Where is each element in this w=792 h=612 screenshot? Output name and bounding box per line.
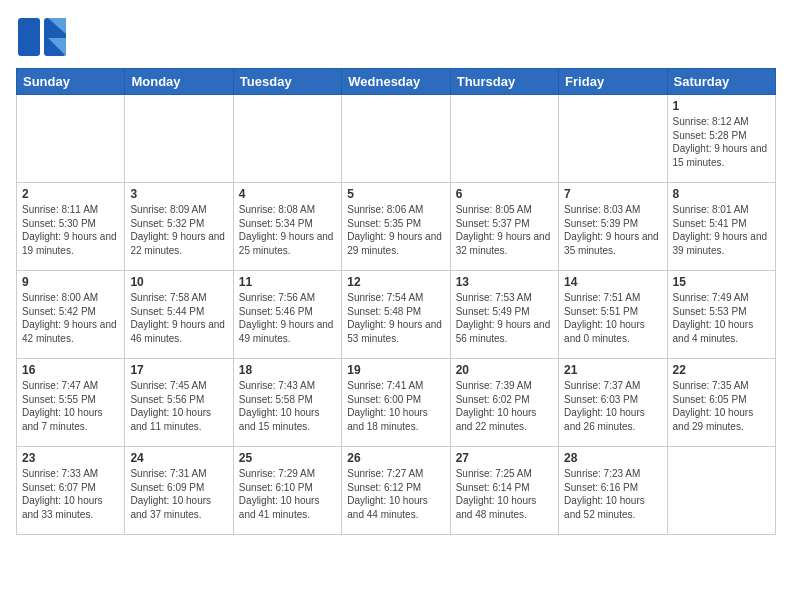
day-detail: Sunrise: 8:05 AM Sunset: 5:37 PM Dayligh… xyxy=(456,203,553,257)
day-number: 15 xyxy=(673,275,770,289)
calendar-day-cell: 3Sunrise: 8:09 AM Sunset: 5:32 PM Daylig… xyxy=(125,183,233,271)
day-number: 28 xyxy=(564,451,661,465)
calendar-day-cell: 5Sunrise: 8:06 AM Sunset: 5:35 PM Daylig… xyxy=(342,183,450,271)
day-detail: Sunrise: 7:27 AM Sunset: 6:12 PM Dayligh… xyxy=(347,467,444,521)
day-detail: Sunrise: 7:47 AM Sunset: 5:55 PM Dayligh… xyxy=(22,379,119,433)
calendar-day-cell: 23Sunrise: 7:33 AM Sunset: 6:07 PM Dayli… xyxy=(17,447,125,535)
calendar-day-cell: 26Sunrise: 7:27 AM Sunset: 6:12 PM Dayli… xyxy=(342,447,450,535)
day-number: 17 xyxy=(130,363,227,377)
day-number: 21 xyxy=(564,363,661,377)
calendar-day-cell: 6Sunrise: 8:05 AM Sunset: 5:37 PM Daylig… xyxy=(450,183,558,271)
day-detail: Sunrise: 7:53 AM Sunset: 5:49 PM Dayligh… xyxy=(456,291,553,345)
day-detail: Sunrise: 8:06 AM Sunset: 5:35 PM Dayligh… xyxy=(347,203,444,257)
day-detail: Sunrise: 8:09 AM Sunset: 5:32 PM Dayligh… xyxy=(130,203,227,257)
calendar-day-cell: 22Sunrise: 7:35 AM Sunset: 6:05 PM Dayli… xyxy=(667,359,775,447)
day-number: 3 xyxy=(130,187,227,201)
day-of-week-header: Wednesday xyxy=(342,69,450,95)
day-number: 20 xyxy=(456,363,553,377)
calendar-day-cell: 27Sunrise: 7:25 AM Sunset: 6:14 PM Dayli… xyxy=(450,447,558,535)
day-number: 26 xyxy=(347,451,444,465)
day-number: 9 xyxy=(22,275,119,289)
calendar-table: SundayMondayTuesdayWednesdayThursdayFrid… xyxy=(16,68,776,535)
day-number: 25 xyxy=(239,451,336,465)
calendar-day-cell: 12Sunrise: 7:54 AM Sunset: 5:48 PM Dayli… xyxy=(342,271,450,359)
calendar-day-cell: 20Sunrise: 7:39 AM Sunset: 6:02 PM Dayli… xyxy=(450,359,558,447)
calendar-header-row: SundayMondayTuesdayWednesdayThursdayFrid… xyxy=(17,69,776,95)
calendar-week-row: 9Sunrise: 8:00 AM Sunset: 5:42 PM Daylig… xyxy=(17,271,776,359)
day-detail: Sunrise: 7:51 AM Sunset: 5:51 PM Dayligh… xyxy=(564,291,661,345)
day-of-week-header: Sunday xyxy=(17,69,125,95)
calendar-day-cell: 14Sunrise: 7:51 AM Sunset: 5:51 PM Dayli… xyxy=(559,271,667,359)
day-detail: Sunrise: 8:12 AM Sunset: 5:28 PM Dayligh… xyxy=(673,115,770,169)
calendar-day-cell xyxy=(17,95,125,183)
day-detail: Sunrise: 8:11 AM Sunset: 5:30 PM Dayligh… xyxy=(22,203,119,257)
day-of-week-header: Monday xyxy=(125,69,233,95)
calendar-day-cell xyxy=(125,95,233,183)
calendar-day-cell xyxy=(559,95,667,183)
calendar-day-cell: 18Sunrise: 7:43 AM Sunset: 5:58 PM Dayli… xyxy=(233,359,341,447)
calendar-week-row: 23Sunrise: 7:33 AM Sunset: 6:07 PM Dayli… xyxy=(17,447,776,535)
day-detail: Sunrise: 7:45 AM Sunset: 5:56 PM Dayligh… xyxy=(130,379,227,433)
day-of-week-header: Friday xyxy=(559,69,667,95)
calendar-day-cell xyxy=(233,95,341,183)
logo xyxy=(16,16,70,58)
day-number: 1 xyxy=(673,99,770,113)
calendar-day-cell: 25Sunrise: 7:29 AM Sunset: 6:10 PM Dayli… xyxy=(233,447,341,535)
day-number: 8 xyxy=(673,187,770,201)
day-number: 11 xyxy=(239,275,336,289)
day-detail: Sunrise: 7:56 AM Sunset: 5:46 PM Dayligh… xyxy=(239,291,336,345)
day-detail: Sunrise: 8:03 AM Sunset: 5:39 PM Dayligh… xyxy=(564,203,661,257)
calendar-week-row: 16Sunrise: 7:47 AM Sunset: 5:55 PM Dayli… xyxy=(17,359,776,447)
calendar-day-cell: 24Sunrise: 7:31 AM Sunset: 6:09 PM Dayli… xyxy=(125,447,233,535)
day-number: 7 xyxy=(564,187,661,201)
calendar-day-cell xyxy=(342,95,450,183)
day-number: 24 xyxy=(130,451,227,465)
calendar-week-row: 1Sunrise: 8:12 AM Sunset: 5:28 PM Daylig… xyxy=(17,95,776,183)
day-detail: Sunrise: 7:35 AM Sunset: 6:05 PM Dayligh… xyxy=(673,379,770,433)
calendar-day-cell: 15Sunrise: 7:49 AM Sunset: 5:53 PM Dayli… xyxy=(667,271,775,359)
day-of-week-header: Saturday xyxy=(667,69,775,95)
day-number: 14 xyxy=(564,275,661,289)
calendar-week-row: 2Sunrise: 8:11 AM Sunset: 5:30 PM Daylig… xyxy=(17,183,776,271)
day-number: 6 xyxy=(456,187,553,201)
calendar-day-cell: 17Sunrise: 7:45 AM Sunset: 5:56 PM Dayli… xyxy=(125,359,233,447)
calendar-day-cell xyxy=(450,95,558,183)
day-detail: Sunrise: 7:54 AM Sunset: 5:48 PM Dayligh… xyxy=(347,291,444,345)
calendar-day-cell: 19Sunrise: 7:41 AM Sunset: 6:00 PM Dayli… xyxy=(342,359,450,447)
calendar-day-cell: 8Sunrise: 8:01 AM Sunset: 5:41 PM Daylig… xyxy=(667,183,775,271)
day-number: 13 xyxy=(456,275,553,289)
calendar-day-cell: 16Sunrise: 7:47 AM Sunset: 5:55 PM Dayli… xyxy=(17,359,125,447)
day-detail: Sunrise: 7:33 AM Sunset: 6:07 PM Dayligh… xyxy=(22,467,119,521)
day-detail: Sunrise: 8:01 AM Sunset: 5:41 PM Dayligh… xyxy=(673,203,770,257)
day-number: 16 xyxy=(22,363,119,377)
day-detail: Sunrise: 7:23 AM Sunset: 6:16 PM Dayligh… xyxy=(564,467,661,521)
day-detail: Sunrise: 7:41 AM Sunset: 6:00 PM Dayligh… xyxy=(347,379,444,433)
day-number: 18 xyxy=(239,363,336,377)
calendar-day-cell: 9Sunrise: 8:00 AM Sunset: 5:42 PM Daylig… xyxy=(17,271,125,359)
day-detail: Sunrise: 7:31 AM Sunset: 6:09 PM Dayligh… xyxy=(130,467,227,521)
day-number: 4 xyxy=(239,187,336,201)
day-detail: Sunrise: 7:39 AM Sunset: 6:02 PM Dayligh… xyxy=(456,379,553,433)
day-of-week-header: Thursday xyxy=(450,69,558,95)
day-number: 10 xyxy=(130,275,227,289)
calendar-day-cell: 28Sunrise: 7:23 AM Sunset: 6:16 PM Dayli… xyxy=(559,447,667,535)
calendar-day-cell: 13Sunrise: 7:53 AM Sunset: 5:49 PM Dayli… xyxy=(450,271,558,359)
calendar-day-cell: 4Sunrise: 8:08 AM Sunset: 5:34 PM Daylig… xyxy=(233,183,341,271)
day-detail: Sunrise: 8:00 AM Sunset: 5:42 PM Dayligh… xyxy=(22,291,119,345)
logo-icon xyxy=(16,16,68,58)
svg-rect-0 xyxy=(18,18,40,56)
calendar-day-cell: 10Sunrise: 7:58 AM Sunset: 5:44 PM Dayli… xyxy=(125,271,233,359)
page-header xyxy=(16,16,776,58)
day-of-week-header: Tuesday xyxy=(233,69,341,95)
calendar-day-cell: 2Sunrise: 8:11 AM Sunset: 5:30 PM Daylig… xyxy=(17,183,125,271)
day-number: 27 xyxy=(456,451,553,465)
day-number: 2 xyxy=(22,187,119,201)
day-number: 5 xyxy=(347,187,444,201)
day-number: 12 xyxy=(347,275,444,289)
day-detail: Sunrise: 7:29 AM Sunset: 6:10 PM Dayligh… xyxy=(239,467,336,521)
day-number: 19 xyxy=(347,363,444,377)
day-detail: Sunrise: 8:08 AM Sunset: 5:34 PM Dayligh… xyxy=(239,203,336,257)
day-detail: Sunrise: 7:49 AM Sunset: 5:53 PM Dayligh… xyxy=(673,291,770,345)
calendar-day-cell: 21Sunrise: 7:37 AM Sunset: 6:03 PM Dayli… xyxy=(559,359,667,447)
day-detail: Sunrise: 7:37 AM Sunset: 6:03 PM Dayligh… xyxy=(564,379,661,433)
